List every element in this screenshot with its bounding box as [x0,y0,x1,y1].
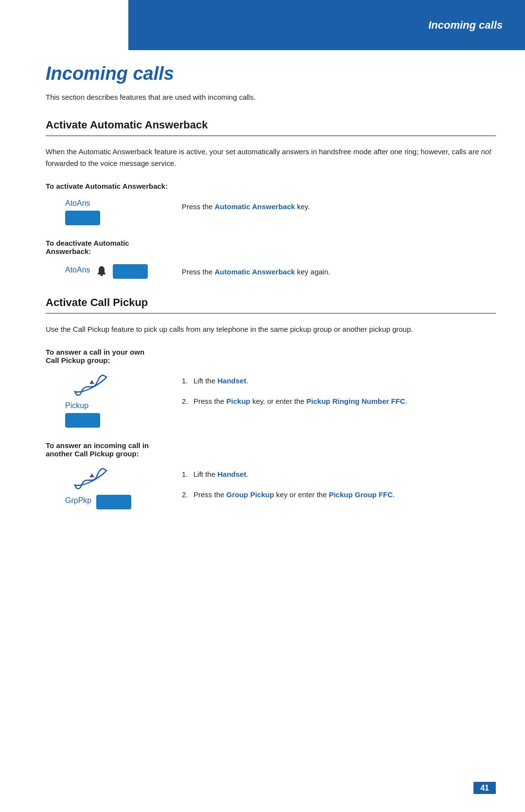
deactivate-bold: Automatic Answerback [215,268,295,276]
deactivate-blue-button [113,264,148,279]
proc2-groupffc-bold: Pickup Group FFC [329,490,393,499]
page-number-badge: 41 [473,782,496,794]
activate-proc-label: To activate Automatic Answerback: [46,182,496,190]
proc1-label-line2: Call Pickup group: [46,356,110,364]
section1-desc-italic: not [481,147,491,156]
proc1-steps: 1. Lift the Handset. 2. Press the Pickup… [182,375,496,407]
section1-desc-part1: When the Automatic Answerback feature is… [46,147,481,156]
proc1-step2-num: 2. [182,396,193,407]
main-content: Incoming calls This section describes fe… [0,0,525,566]
page-title: Incoming calls [46,63,496,84]
activate-text-pre: Press the [182,202,215,211]
proc2-inline: GrpPkp [65,495,131,509]
proc2-blue-button [96,495,131,509]
proc1-label-line1: To answer a call in your own [46,348,144,356]
deactivate-instruction-row: AtoAns Press the Automatic Answerback ke… [46,264,496,279]
deactivate-label-line2: Answerback: [46,247,91,255]
activate-softkey-label: AtoAns [65,199,90,208]
proc2-step2-num: 2. [182,489,193,501]
deactivate-text-post: key again. [295,268,331,276]
deactivate-proc-label: To deactivate Automatic Answerback: [46,239,496,255]
proc2-step2: 2. Press the Group Pickup key or enter t… [182,489,496,501]
section1-heading: Activate Automatic Answerback [46,119,496,136]
proc1-step2: 2. Press the Pickup key, or enter the Pi… [182,396,496,407]
handset-icon-2 [70,467,114,490]
section1-desc: When the Automatic Answerback feature is… [46,146,496,169]
proc2-label-line2: another Call Pickup group: [46,450,139,458]
proc2-step2-text: Press the Group Pickup key or enter the … [193,489,496,501]
section2-heading-wrap: Activate Call Pickup [46,296,496,314]
deactivate-right: Press the Automatic Answerback key again… [182,264,496,278]
activate-left: AtoAns [46,199,182,225]
activate-text-post: key. [295,202,310,211]
header-bar: Incoming calls [128,0,525,50]
header-title: Incoming calls [428,19,503,32]
proc1-left: Pickup [46,373,182,428]
proc2-label: To answer an incoming call in another Ca… [46,441,496,458]
proc1-softkey-label: Pickup [65,401,88,410]
deactivate-left: AtoAns [46,264,182,279]
proc2-step1: 1. Lift the Handset. [182,469,496,480]
proc2-grouppickup-bold: Group Pickup [227,490,274,499]
svg-rect-0 [100,274,103,276]
proc2-left: GrpPkp [46,467,182,509]
proc1-ffc-bold: Pickup Ringing Number FFC [306,397,405,405]
svg-marker-1 [89,380,94,384]
proc1-blue-button [65,413,100,428]
active-indicator-icon [95,265,108,278]
proc1-step2-text: Press the Pickup key, or enter the Picku… [193,396,496,407]
proc1-step1: 1. Lift the Handset. [182,375,496,387]
proc1-right: 1. Lift the Handset. 2. Press the Pickup… [182,373,496,416]
deactivate-label-line1: To deactivate Automatic [46,239,129,247]
activate-blue-button [65,211,100,225]
section2-heading: Activate Call Pickup [46,296,496,314]
proc2-label-line1: To answer an incoming call in [46,441,149,450]
proc2-instruction-row: GrpPkp 1. Lift the Handset. 2. [46,467,496,509]
proc2-step1-text: Lift the Handset. [193,469,496,480]
proc2-softkey-label: GrpPkp [65,496,91,505]
handset-icon [70,373,114,397]
proc2-right: 1. Lift the Handset. 2. Press the Group … [182,467,496,509]
intro-text: This section describes features that are… [46,93,496,101]
proc1-handset-bold: Handset [217,377,246,385]
proc1-instruction-row: Pickup 1. Lift the Handset. 2. Press [46,373,496,428]
proc1-step1-num: 1. [182,375,193,387]
section2-desc: Use the Call Pickup feature to pick up c… [46,324,496,335]
section1-desc-part3: forwarded to the voice message service. [46,159,176,167]
activate-instruction-row: AtoAns Press the Automatic Answerback ke… [46,199,496,225]
activate-bold: Automatic Answerback [215,202,295,211]
proc1-step1-text: Lift the Handset. [193,375,496,387]
deactivate-inline: AtoAns [65,264,148,279]
deactivate-text-pre: Press the [182,268,215,276]
proc1-label: To answer a call in your own Call Pickup… [46,348,496,364]
proc2-step1-num: 1. [182,469,193,480]
proc2-steps: 1. Lift the Handset. 2. Press the Group … [182,469,496,501]
activate-right: Press the Automatic Answerback key. [182,199,496,213]
page-number-area: 41 [473,784,496,793]
section1-heading-wrap: Activate Automatic Answerback [46,119,496,136]
svg-marker-2 [89,473,94,477]
proc1-pickup-bold: Pickup [227,397,250,405]
deactivate-softkey-label: AtoAns [65,266,90,274]
section-call-pickup: Activate Call Pickup Use the Call Pickup… [46,296,496,509]
section-automatic-answerback: Activate Automatic Answerback When the A… [46,119,496,279]
proc2-handset-bold: Handset [217,470,246,478]
